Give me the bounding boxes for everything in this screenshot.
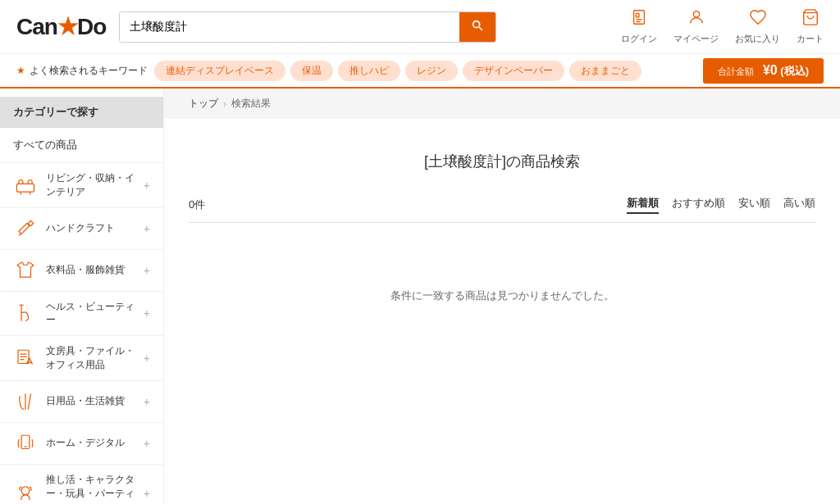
- living-label: リビング・収納・インテリア: [46, 171, 135, 199]
- main-content: トップ › 検索結果 [土壌酸度計]の商品検索 0件 新着順 おすすめ順 安い順…: [164, 89, 840, 504]
- nav-tag-1[interactable]: 保温: [290, 61, 333, 81]
- sidebar-title: カテゴリーで探す: [0, 97, 163, 128]
- header-icons: ログイン マイページ お気に入り: [621, 8, 824, 45]
- cart-total-amount: ¥0: [763, 63, 778, 77]
- sidebar-item-character[interactable]: 推し活・キャラクター・玩具・パーティー +: [0, 465, 163, 504]
- breadcrumb: トップ › 検索結果: [164, 89, 840, 119]
- cart-icon: [801, 8, 819, 30]
- clothing-plus: +: [144, 264, 150, 277]
- search-query: 土壌酸度計: [428, 153, 502, 170]
- sidebar-item-daily[interactable]: 日用品・生活雑貨 +: [0, 381, 163, 423]
- handcraft-label: ハンドクラフト: [46, 221, 135, 235]
- mypage-button[interactable]: マイページ: [673, 8, 719, 45]
- cart-button[interactable]: カート: [797, 8, 824, 45]
- digital-icon: [13, 431, 38, 456]
- no-results-message: 条件に一致する商品は見つかりませんでした。: [189, 223, 815, 369]
- header: Can★Do 土壌酸度計 ログイン: [0, 0, 840, 54]
- nav-tag-2[interactable]: 推しハピ: [338, 61, 400, 81]
- sort-recommended[interactable]: おすすめ順: [672, 196, 725, 214]
- nav-tag-5[interactable]: おままごと: [569, 61, 641, 81]
- search-input[interactable]: 土壌酸度計: [120, 12, 459, 42]
- sidebar: カテゴリーで探す すべての商品 リビング・収納・インテリア +: [0, 89, 164, 504]
- sort-newest[interactable]: 新着順: [627, 196, 659, 214]
- favorites-icon: [749, 8, 767, 30]
- mypage-label: マイページ: [673, 33, 719, 45]
- daily-plus: +: [144, 395, 150, 408]
- character-icon: [13, 481, 38, 504]
- logo[interactable]: Can★Do: [16, 13, 106, 40]
- favorites-label: お気に入り: [735, 33, 780, 45]
- stationery-plus: +: [144, 352, 150, 365]
- sort-cheap[interactable]: 安い順: [738, 196, 770, 214]
- daily-label: 日用品・生活雑貨: [46, 394, 135, 408]
- sidebar-all-products[interactable]: すべての商品: [0, 128, 163, 163]
- svg-point-0: [473, 20, 480, 27]
- sort-expensive[interactable]: 高い順: [783, 196, 815, 214]
- cart-total-label: 合計金額: [718, 66, 754, 76]
- stationery-label: 文房具・ファイル・オフィス用品: [46, 344, 135, 372]
- character-label: 推し活・キャラクター・玩具・パーティー: [46, 473, 135, 504]
- sidebar-item-health[interactable]: ヘルス・ビューティー +: [0, 292, 163, 337]
- stationery-icon: [13, 346, 38, 370]
- nav-tag-0[interactable]: 連結ディスプレイベース: [154, 61, 285, 81]
- search-icon: [471, 19, 484, 32]
- digital-plus: +: [144, 437, 150, 450]
- health-plus: +: [144, 306, 150, 320]
- handcraft-plus: +: [144, 222, 150, 235]
- nav-bar: ★ よく検索されるキーワード 連結ディスプレイベース 保温 推しハピ レジン デ…: [0, 54, 840, 89]
- svg-rect-8: [16, 184, 34, 192]
- logo-star: ★: [57, 14, 77, 39]
- digital-label: ホーム・デジタル: [46, 436, 135, 450]
- sort-options: 新着順 おすすめ順 安い順 高い順: [627, 196, 815, 214]
- cart-label: カート: [797, 33, 824, 45]
- svg-rect-3: [636, 13, 639, 17]
- result-meta: 0件 新着順 おすすめ順 安い順 高い順: [189, 196, 815, 223]
- cart-total-suffix: (税込): [780, 65, 809, 77]
- sidebar-item-digital[interactable]: ホーム・デジタル +: [0, 423, 163, 465]
- keyword-label-text: よく検索されるキーワード: [30, 64, 148, 78]
- breadcrumb-current: 検索結果: [231, 97, 271, 111]
- health-label: ヘルス・ビューティー: [46, 300, 135, 328]
- svg-point-6: [693, 11, 699, 17]
- login-button[interactable]: ログイン: [621, 8, 657, 45]
- living-plus: +: [144, 179, 150, 192]
- living-icon: [13, 173, 38, 198]
- search-bar: 土壌酸度計: [119, 11, 496, 43]
- keyword-label: ★ よく検索されるキーワード: [16, 64, 148, 78]
- favorites-button[interactable]: お気に入り: [735, 8, 780, 45]
- clothing-icon: [13, 258, 38, 283]
- login-icon: [630, 8, 648, 30]
- sidebar-item-living[interactable]: リビング・収納・インテリア +: [0, 163, 163, 208]
- sidebar-item-stationery[interactable]: 文房具・ファイル・オフィス用品 +: [0, 336, 163, 381]
- result-count: 0件: [189, 198, 205, 212]
- nav-tags: 連結ディスプレイベース 保温 推しハピ レジン デザインペーパー おままごと: [154, 61, 641, 81]
- search-button[interactable]: [459, 12, 495, 42]
- character-plus: +: [144, 487, 150, 500]
- breadcrumb-separator: ›: [223, 98, 226, 110]
- handcraft-icon: [13, 216, 38, 241]
- svg-line-1: [479, 27, 482, 30]
- login-label: ログイン: [621, 33, 657, 45]
- svg-line-19: [28, 393, 30, 410]
- svg-line-11: [19, 234, 21, 235]
- sidebar-item-handcraft[interactable]: ハンドクラフト +: [0, 208, 163, 250]
- sidebar-item-clothing[interactable]: 衣料品・服飾雑貨 +: [0, 250, 163, 292]
- nav-tag-3[interactable]: レジン: [405, 61, 458, 81]
- main-layout: カテゴリーで探す すべての商品 リビング・収納・インテリア +: [0, 89, 840, 504]
- health-icon: [13, 301, 38, 325]
- breadcrumb-top[interactable]: トップ: [189, 97, 218, 111]
- mypage-icon: [687, 8, 705, 30]
- nav-star-icon: ★: [16, 65, 25, 76]
- search-result-title: [土壌酸度計]の商品検索: [189, 135, 815, 196]
- cart-total: 合計金額 ¥0 (税込): [703, 58, 824, 84]
- svg-point-22: [21, 487, 30, 495]
- nav-tag-4[interactable]: デザインペーパー: [463, 61, 564, 81]
- daily-icon: [13, 389, 38, 414]
- clothing-label: 衣料品・服飾雑貨: [46, 263, 135, 277]
